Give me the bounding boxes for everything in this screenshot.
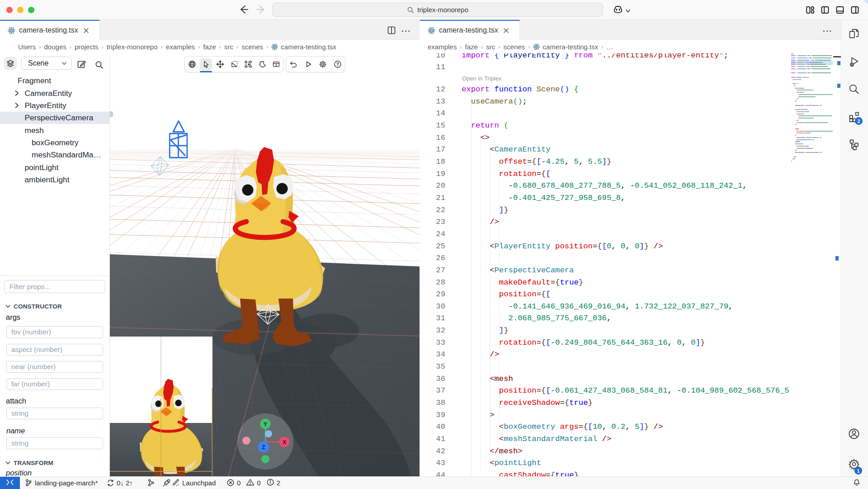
svg-text:?: ? xyxy=(336,62,339,67)
svg-text:Z: Z xyxy=(262,444,265,451)
svg-text:X: X xyxy=(283,439,286,446)
svg-text:Y: Y xyxy=(264,421,267,427)
